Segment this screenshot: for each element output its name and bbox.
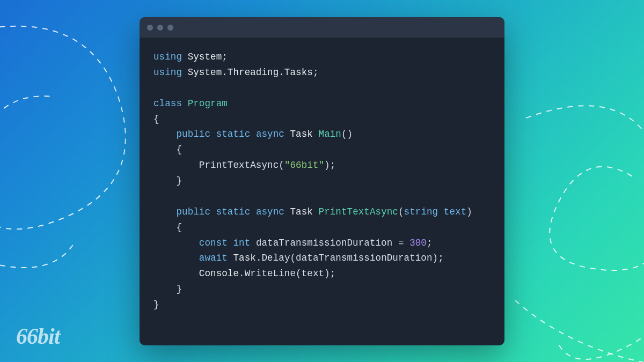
class-name: Program [188, 98, 228, 109]
number-literal: 300 [409, 238, 427, 248]
window-titlebar [140, 17, 504, 38]
type-task: Task [290, 206, 313, 217]
keyword-using: using [153, 51, 182, 62]
parameter: text [444, 206, 466, 217]
code-block: using System; using System.Threading.Tas… [140, 38, 504, 324]
brand-logo: 66bit [16, 323, 60, 349]
decorative-dashed-lines-left [0, 11, 161, 290]
keyword-public: public [176, 206, 210, 217]
window-dot [147, 25, 153, 31]
type-console: Console [199, 268, 239, 279]
keyword-static: static [216, 129, 251, 139]
keyword-public: public [176, 129, 210, 139]
window-dot [157, 25, 163, 31]
method-name: PrintTextAsync [319, 206, 398, 217]
window-dot [167, 25, 173, 31]
type-task: Task [233, 253, 255, 263]
keyword-await: await [199, 253, 228, 263]
method-main: Main [319, 129, 341, 139]
type-string: string [404, 206, 438, 217]
namespace: System [188, 51, 222, 62]
code-window: using System; using System.Threading.Tas… [140, 17, 504, 345]
keyword-const: const [199, 238, 228, 248]
operator-equals: = [398, 238, 404, 248]
type-task: Task [290, 129, 313, 139]
method-delay: Delay [261, 253, 290, 263]
variable: dataTransmissionDuration [256, 238, 392, 248]
argument: text [302, 268, 324, 279]
method-call: PrintTextAsync [199, 160, 279, 171]
namespace: System.Threading.Tasks [188, 67, 313, 78]
decorative-dashed-lines-right [494, 75, 644, 362]
keyword-class: class [153, 98, 182, 109]
method-writeline: WriteLine [245, 268, 296, 279]
keyword-using: using [153, 67, 182, 78]
keyword-async: async [256, 206, 284, 217]
string-literal: "66bit" [284, 160, 324, 171]
type-int: int [233, 238, 250, 248]
keyword-async: async [256, 129, 284, 139]
keyword-static: static [216, 206, 251, 217]
argument: dataTransmissionDuration [296, 253, 432, 263]
